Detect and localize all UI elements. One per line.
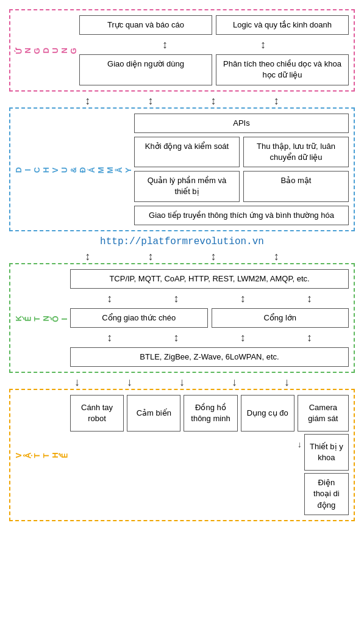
layer-vat-the-label: V Ậ T T H Ể	[13, 395, 70, 515]
box-phan-tich: Phân tích theo chiều dọc và khoa học dữ …	[216, 54, 349, 85]
box-truc-quan: Trực quan và báo cáo	[79, 15, 212, 35]
ket-noi-inner-arrows2: ↕ ↕ ↕ ↕	[70, 331, 349, 344]
box-apis: APIs	[134, 114, 349, 133]
layer-vat-the: V Ậ T T H Ể Cánh tay robot Cảm biến Đồng…	[9, 389, 355, 521]
box-camera: Camera giám sát	[298, 395, 349, 432]
box-canh-tay: Cánh tay robot	[70, 395, 124, 432]
interlayer-arrow-1: ↕	[85, 95, 90, 106]
interlayer-arrow-3: ↕	[211, 95, 216, 106]
kn-arrow-7: ↕	[240, 332, 246, 343]
ket-noi-gateways: Cổng giao thức chéo Cổng lớn	[70, 308, 349, 328]
interlayer-arrow-13: ↓	[284, 377, 290, 388]
interlayer-arrow-6: ↕	[148, 251, 153, 262]
arrow-1: ↕	[162, 39, 168, 50]
box-thiet-bi-y: Thiết bị y khoa	[304, 434, 349, 471]
dich-vu-row2: Quản lý phần mềm và thiết bị Bảo mật	[134, 171, 349, 201]
vat-the-content: Cánh tay robot Cảm biến Đồng hồ thông mi…	[70, 395, 349, 515]
camera-group: Camera giám sát ↓ Thiết bị y khoa Điện t…	[298, 395, 349, 515]
kn-arrow-4: ↕	[307, 293, 312, 304]
vat-the-devices: Cánh tay robot Cảm biến Đồng hồ thông mi…	[70, 395, 349, 515]
box-giao-tiep: Giao tiếp truyền thông thích ứng và bình…	[134, 206, 349, 225]
arrows-ket-vat: ↓ ↓ ↓ ↓ ↓	[9, 375, 355, 389]
ket-noi-inner-arrows1: ↕ ↕ ↕ ↕	[70, 292, 349, 305]
interlayer-arrow-9: ↓	[74, 377, 80, 388]
box-logic: Logic và quy tắc kinh doanh	[216, 15, 349, 35]
arrows-dich-ket: ↕ ↕ ↕ ↕	[9, 250, 355, 263]
box-gateway-cheo: Cổng giao thức chéo	[70, 308, 208, 328]
box-dung-cu: Dụng cụ đo	[241, 395, 294, 432]
url-text: http://platformrevolution.vn	[9, 234, 355, 250]
layer-ket-noi-label: K Ế T N Ố I	[13, 269, 70, 367]
camera-inner: ↓ Thiết bị y khoa Điện thoại di động	[298, 434, 349, 515]
ung-dung-inner-arrows: ↕ ↕	[79, 38, 349, 51]
interlayer-arrow-7: ↕	[211, 251, 216, 262]
layer-dich-vu-label: D I C H V U & Đ Á M M Â Y	[13, 114, 134, 225]
box-bao-mat: Bảo mật	[243, 171, 349, 201]
kn-arrow-6: ↕	[173, 332, 179, 343]
box-dong-ho: Đồng hồ thông minh	[184, 395, 237, 432]
ung-dung-row2: Giao diện người dùng Phân tích theo chiề…	[79, 54, 349, 85]
layer-dich-vu: D I C H V U & Đ Á M M Â Y APIs Khởi động…	[9, 107, 355, 231]
box-khoi-dong: Khởi động và kiểm soát	[134, 137, 240, 167]
kn-arrow-8: ↕	[307, 332, 312, 343]
arrow-2: ↕	[260, 39, 266, 50]
interlayer-arrow-12: ↓	[232, 377, 237, 388]
dich-vu-content: APIs Khởi động và kiểm soát Thu thập, lư…	[134, 114, 349, 225]
box-dien-thoai: Điện thoại di động	[304, 473, 349, 515]
interlayer-arrow-4: ↕	[274, 95, 279, 106]
box-cam-bien: Cảm biến	[127, 395, 180, 432]
layer-ung-dung: Ứ N G D U N G Trực quan và báo cáo Logic…	[9, 9, 355, 92]
arrows-ung-dich: ↕ ↕ ↕ ↕	[9, 94, 355, 107]
interlayer-arrow-2: ↕	[148, 95, 153, 106]
kn-arrow-3: ↕	[240, 293, 246, 304]
ket-noi-content: TCP/IP, MQTT, CoAP, HTTP, REST, LWM2M, A…	[70, 269, 349, 367]
box-quan-ly: Quản lý phần mềm và thiết bị	[134, 171, 240, 201]
box-protocols: TCP/IP, MQTT, CoAP, HTTP, REST, LWM2M, A…	[70, 269, 349, 289]
box-thu-thap: Thu thập, lưu trữ, luân chuyển dữ liệu	[243, 137, 349, 167]
kn-arrow-1: ↕	[107, 293, 112, 304]
interlayer-arrow-10: ↓	[127, 377, 132, 388]
camera-arrow: ↓	[298, 434, 302, 449]
kn-arrow-5: ↕	[107, 332, 112, 343]
layer-ung-dung-label: Ứ N G D U N G	[13, 15, 79, 85]
layer-ket-noi: K Ế T N Ố I TCP/IP, MQTT, CoAP, HTTP, RE…	[9, 263, 355, 374]
box-giao-dien: Giao diện người dùng	[79, 54, 212, 85]
box-gateway-lon: Cổng lớn	[212, 308, 349, 328]
main-wrapper: Ứ N G D U N G Trực quan và báo cáo Logic…	[6, 6, 358, 527]
dich-vu-row1: Khởi động và kiểm soát Thu thập, lưu trữ…	[134, 137, 349, 167]
box-wireless: BTLE, ZigBee, Z-Wave, 6LoWPAN, etc.	[70, 347, 349, 367]
interlayer-arrow-8: ↕	[274, 251, 279, 262]
kn-arrow-2: ↕	[173, 293, 179, 304]
interlayer-arrow-11: ↓	[179, 377, 185, 388]
ung-dung-content: Trực quan và báo cáo Logic và quy tắc ki…	[79, 15, 349, 85]
interlayer-arrow-5: ↕	[85, 251, 90, 262]
ung-dung-row1: Trực quan và báo cáo Logic và quy tắc ki…	[79, 15, 349, 35]
camera-sub-devices: Thiết bị y khoa Điện thoại di động	[304, 434, 349, 515]
